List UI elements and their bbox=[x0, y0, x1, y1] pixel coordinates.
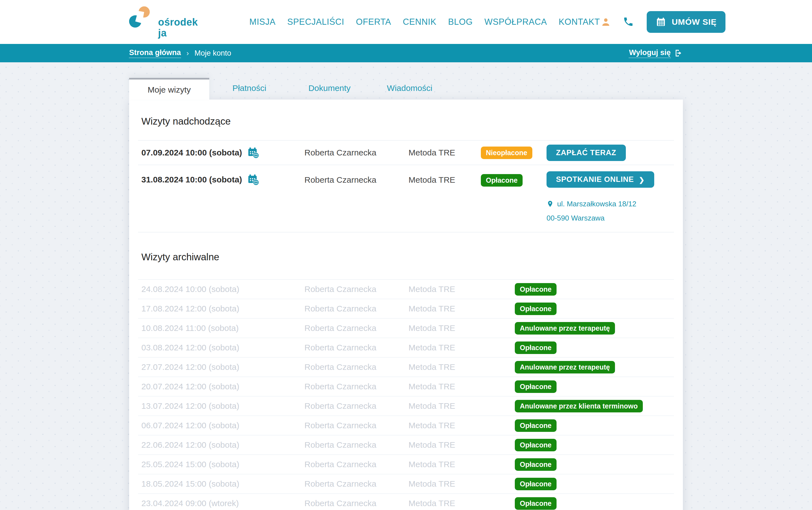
visit-date-text: 07.09.2024 10:00 (sobota) bbox=[141, 148, 242, 157]
pay-now-label: ZAPŁAĆ TERAZ bbox=[556, 149, 616, 157]
status-badge: Opłacone bbox=[481, 174, 523, 187]
tab-wiadomosci[interactable]: Wiadomości bbox=[370, 78, 450, 99]
add-to-calendar-icon[interactable] bbox=[247, 147, 259, 159]
upcoming-visits-title: Wizyty nadchodzące bbox=[138, 99, 674, 127]
visit-therapist: Roberta Czarnecka bbox=[301, 421, 405, 430]
visit-date: 31.08.2024 10:00 (sobota) bbox=[138, 174, 301, 186]
book-appointment-button[interactable]: UMÓW SIĘ bbox=[647, 11, 725, 33]
visit-status-cell: Opłacone bbox=[512, 458, 674, 471]
status-badge: Opłacone bbox=[515, 458, 556, 471]
tab-dokumenty[interactable]: Dokumenty bbox=[289, 78, 370, 99]
status-badge: Opłacone bbox=[515, 439, 556, 451]
site-header: ośrodek ja MISJA SPECJALIŚCI OFERTA CENN… bbox=[0, 0, 812, 44]
nav-item-misja[interactable]: MISJA bbox=[249, 17, 276, 27]
nav-item-oferta[interactable]: OFERTA bbox=[356, 17, 391, 27]
brand-logo[interactable]: ośrodek ja bbox=[129, 6, 212, 40]
visit-status-cell: Opłacone bbox=[477, 174, 543, 187]
visit-service: Metoda TRE bbox=[405, 343, 512, 352]
visit-service: Metoda TRE bbox=[405, 175, 477, 185]
visit-date: 18.05.2024 15:00 (sobota) bbox=[138, 479, 301, 488]
visit-service: Metoda TRE bbox=[405, 421, 512, 430]
chevron-right-icon: ❯ bbox=[639, 176, 645, 184]
visit-date: 06.07.2024 12:00 (sobota) bbox=[138, 421, 301, 430]
tab-platnosci[interactable]: Płatności bbox=[209, 78, 289, 99]
visit-service: Metoda TRE bbox=[405, 479, 512, 488]
status-badge: Opłacone bbox=[515, 303, 556, 315]
online-meeting-label: SPOTKANIE ONLINE bbox=[556, 175, 634, 184]
status-badge: Anulowane przez terapeutę bbox=[515, 322, 615, 334]
visit-therapist: Roberta Czarnecka bbox=[301, 401, 405, 411]
breadcrumb-separator-icon: › bbox=[186, 49, 189, 58]
nav-item-cennik[interactable]: CENNIK bbox=[403, 17, 437, 27]
visit-date: 10.08.2024 11:00 (sobota) bbox=[138, 323, 301, 333]
table-row: 22.06.2024 12:00 (sobota) Roberta Czarne… bbox=[138, 435, 674, 454]
calendar-icon bbox=[656, 17, 666, 27]
table-row: 31.08.2024 10:00 (sobota) bbox=[138, 164, 674, 233]
visit-therapist: Roberta Czarnecka bbox=[301, 499, 405, 508]
visit-date: 13.07.2024 12:00 (sobota) bbox=[138, 401, 301, 411]
visit-service: Metoda TRE bbox=[405, 460, 512, 469]
visit-status-cell: Anulowane przez klienta terminowo bbox=[512, 400, 674, 412]
status-badge: Opłacone bbox=[515, 419, 556, 432]
visit-service: Metoda TRE bbox=[405, 284, 512, 294]
visit-therapist: Roberta Czarnecka bbox=[301, 284, 405, 294]
visit-therapist: Roberta Czarnecka bbox=[301, 304, 405, 313]
visit-date: 03.08.2024 12:00 (sobota) bbox=[138, 343, 301, 352]
visit-service: Metoda TRE bbox=[405, 499, 512, 508]
account-panel: Wizyty nadchodzące 07.09.2024 10:00 (sob… bbox=[129, 99, 683, 510]
address-line1: ul. Marszałkowska 18/12 bbox=[557, 200, 636, 208]
nav-item-kontakt[interactable]: KONTAKT bbox=[559, 17, 600, 27]
visit-status-cell: Opłacone bbox=[512, 497, 674, 510]
account-tabs: Moje wizyty Płatności Dokumenty Wiadomoś… bbox=[129, 78, 683, 99]
visit-therapist: Roberta Czarnecka bbox=[301, 440, 405, 450]
visit-service: Metoda TRE bbox=[405, 304, 512, 313]
visit-date: 20.07.2024 12:00 (sobota) bbox=[138, 382, 301, 391]
table-row: 03.08.2024 12:00 (sobota) Roberta Czarne… bbox=[138, 338, 674, 357]
breadcrumb-home-link[interactable]: Strona główna bbox=[129, 49, 181, 58]
logout-label: Wyloguj się bbox=[629, 49, 671, 58]
account-icon[interactable] bbox=[600, 16, 612, 28]
visit-service: Metoda TRE bbox=[405, 323, 512, 333]
visit-status-cell: Opłacone bbox=[512, 419, 674, 432]
visit-date: 17.08.2024 12:00 (sobota) bbox=[138, 304, 301, 313]
page: ośrodek ja MISJA SPECJALIŚCI OFERTA CENN… bbox=[0, 0, 812, 510]
nav-item-blog[interactable]: BLOG bbox=[448, 17, 473, 27]
logout-link[interactable]: Wyloguj się bbox=[629, 49, 683, 58]
status-badge: Nieopłacone bbox=[481, 147, 532, 159]
visit-therapist: Roberta Czarnecka bbox=[301, 323, 405, 333]
table-row: 23.04.2024 09:00 (wtorek) Roberta Czarne… bbox=[138, 493, 674, 510]
visit-status-cell: Opłacone bbox=[512, 439, 674, 451]
tab-moje-wizyty[interactable]: Moje wizyty bbox=[129, 78, 209, 99]
visit-date: 27.07.2024 12:00 (sobota) bbox=[138, 362, 301, 372]
nav-item-specjalisci[interactable]: SPECJALIŚCI bbox=[287, 17, 344, 27]
visit-address: ul. Marszałkowska 18/12 00-590 Warszawa bbox=[547, 200, 674, 222]
archived-visits-title: Wizyty archiwalne bbox=[138, 233, 674, 263]
breadcrumb-current: Moje konto bbox=[195, 49, 231, 58]
visit-date: 23.04.2024 09:00 (wtorek) bbox=[138, 499, 301, 508]
visit-status-cell: Anulowane przez terapeutę bbox=[512, 322, 674, 334]
visit-service: Metoda TRE bbox=[405, 440, 512, 450]
pay-now-button[interactable]: ZAPŁAĆ TERAZ bbox=[547, 145, 626, 161]
visit-status-cell: Opłacone bbox=[512, 303, 674, 315]
main-nav: MISJA SPECJALIŚCI OFERTA CENNIK BLOG WSP… bbox=[249, 17, 600, 27]
status-badge: Anulowane przez terapeutę bbox=[515, 361, 615, 373]
phone-icon[interactable] bbox=[623, 16, 635, 28]
table-row: 17.08.2024 12:00 (sobota) Roberta Czarne… bbox=[138, 299, 674, 318]
breadcrumb-bar: Strona główna › Moje konto Wyloguj się bbox=[0, 44, 812, 62]
visit-status-cell: Nieopłacone bbox=[477, 147, 543, 159]
add-to-calendar-icon[interactable] bbox=[247, 174, 259, 186]
online-meeting-button[interactable]: SPOTKANIE ONLINE ❯ bbox=[547, 171, 654, 188]
upcoming-visits-table: 07.09.2024 10:00 (sobota) bbox=[138, 140, 674, 233]
table-row: 07.09.2024 10:00 (sobota) bbox=[138, 140, 674, 164]
visit-address-link[interactable]: ul. Marszałkowska 18/12 bbox=[547, 200, 674, 208]
table-row: 20.07.2024 12:00 (sobota) Roberta Czarne… bbox=[138, 377, 674, 396]
table-row: 18.05.2024 15:00 (sobota) Roberta Czarne… bbox=[138, 474, 674, 493]
brand-name: ośrodek ja bbox=[158, 17, 198, 39]
visit-service: Metoda TRE bbox=[405, 382, 512, 391]
visit-status-cell: Opłacone bbox=[512, 478, 674, 490]
visit-status-cell: Opłacone bbox=[512, 341, 674, 354]
visit-date: 22.06.2024 12:00 (sobota) bbox=[138, 440, 301, 450]
location-pin-icon bbox=[547, 200, 554, 208]
visit-therapist: Roberta Czarnecka bbox=[301, 148, 405, 157]
nav-item-wspolpraca[interactable]: WSPÓŁPRACA bbox=[485, 17, 547, 27]
